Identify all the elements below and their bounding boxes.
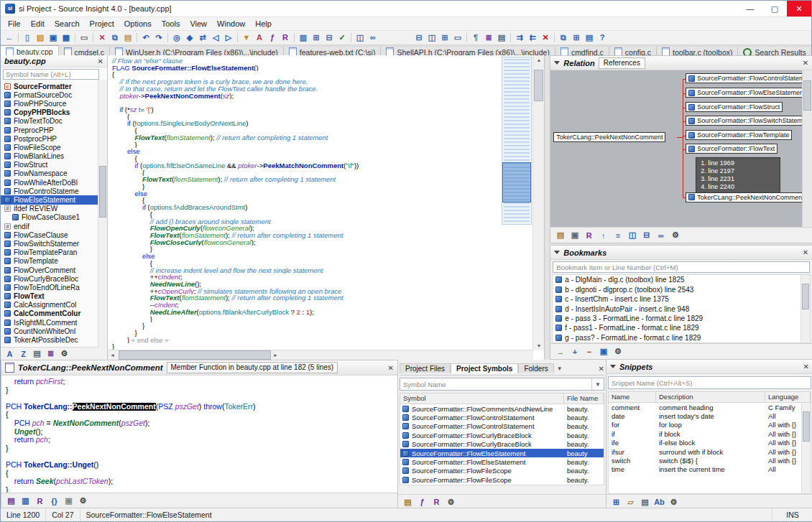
project-tab[interactable]: Project Files <box>400 363 451 373</box>
footer-icon[interactable]: ⚙ <box>668 496 680 508</box>
footer-icon[interactable]: ⚙ <box>77 495 89 507</box>
symbol-item[interactable]: FormatSourceDoc <box>1 90 107 99</box>
close-icon[interactable]: ✕ <box>599 365 604 373</box>
symbol-item[interactable]: FlowToEndOfLineRa <box>1 283 107 292</box>
table-row[interactable]: switch switch ($i$) { All with {} <box>609 456 811 465</box>
references-tab[interactable]: References <box>599 57 645 69</box>
table-row[interactable]: ife if-else block All with {} <box>609 439 811 447</box>
footer-icon[interactable]: ▱ <box>624 496 637 508</box>
editor-minimap[interactable] <box>502 57 532 225</box>
collapse-triangle-icon[interactable] <box>554 251 560 254</box>
table-row[interactable]: date insert today's date All <box>609 411 811 420</box>
toolbar-icon[interactable]: ◁ <box>209 32 222 44</box>
toolbar-icon[interactable] <box>235 32 240 44</box>
toolbar-icon[interactable]: ◫ <box>354 32 366 44</box>
toolbar-icon[interactable]: ✕ <box>96 32 109 44</box>
footer-icon[interactable]: ∞ <box>655 230 667 241</box>
toolbar-icon[interactable] <box>16 32 21 44</box>
symbol-item[interactable]: TokerAtPossibleDec <box>1 335 107 344</box>
chevron-down-icon[interactable]: ▼ <box>554 365 566 372</box>
scroll-thumb[interactable] <box>119 350 271 360</box>
footer-icon[interactable]: ⊟ <box>640 230 652 241</box>
footer-icon[interactable]: − <box>583 346 595 358</box>
toolbar-icon[interactable]: ▼ <box>240 32 253 44</box>
collapse-triangle-icon[interactable] <box>610 365 616 368</box>
toolbar-icon[interactable]: ⊟ <box>323 32 336 44</box>
footer-icon[interactable]: ⚙ <box>669 230 681 241</box>
toolbar-icon[interactable] <box>552 32 557 44</box>
table-row[interactable]: SourceFormatter::FlowFileScope beauty. <box>400 475 604 484</box>
column-header-filename[interactable]: File Name <box>564 393 604 404</box>
toolbar-icon[interactable]: ✓ <box>336 32 349 44</box>
symbol-item[interactable]: FlowTextToDoc <box>1 117 107 126</box>
bookmark-search-input[interactable] <box>553 261 810 273</box>
toolbar-icon[interactable]: ◫ <box>425 32 438 44</box>
footer-icon[interactable]: ▤ <box>554 230 566 241</box>
table-row[interactable]: SourceFormatter::FlowCurlyBraceBlock bea… <box>400 440 604 449</box>
column-header-name[interactable]: Name <box>609 392 656 402</box>
toolbar-icon[interactable] <box>134 32 139 44</box>
footer-icon[interactable]: ▤ <box>5 495 17 507</box>
toolbar-icon[interactable]: ▭ <box>78 32 91 44</box>
toolbar-icon[interactable]: ← <box>3 32 16 44</box>
toolbar-icon[interactable]: ≣ <box>482 32 495 44</box>
chevron-down-icon[interactable]: ▼ <box>591 378 604 390</box>
snippet-search-input[interactable] <box>609 378 811 388</box>
close-icon[interactable]: ✕ <box>803 59 808 67</box>
toolbar-icon[interactable]: ▨ <box>34 32 47 44</box>
toolbar-icon[interactable]: ? <box>596 32 609 44</box>
table-row[interactable]: if if block All with {} <box>609 429 811 438</box>
menu-item[interactable]: Project <box>85 19 119 29</box>
footer-icon[interactable]: R <box>583 230 595 241</box>
footer-icon[interactable]: ▤ <box>639 496 651 508</box>
toolbar-icon[interactable]: ▭ <box>451 32 464 44</box>
bookmark-item[interactable]: e - pass 3 - FormatLine - format.c line … <box>553 314 810 323</box>
toolbar-icon[interactable]: ▤ <box>583 32 596 44</box>
reference-line-item[interactable]: 2. line 2197 <box>701 167 775 175</box>
editor-horizontal-scrollbar[interactable]: ◄ ► <box>108 350 533 360</box>
footer-icon[interactable]: ⚙ <box>58 348 70 360</box>
toolbar-icon[interactable]: ▯ <box>21 32 34 44</box>
bookmark-item[interactable]: a - DlgMain - dlg.c (toolbox) line 1825 <box>553 275 810 284</box>
bookmark-item[interactable]: c - InsertChm - insert.c line 1375 <box>553 294 810 304</box>
toolbar-icon[interactable]: ⇉ <box>513 32 526 44</box>
footer-icon[interactable]: Z <box>17 348 29 360</box>
toolbar-icon[interactable]: ▤ <box>495 32 508 44</box>
toolbar-icon[interactable]: ⊟ <box>412 32 425 44</box>
footer-icon[interactable]: ⚙ <box>612 346 624 358</box>
minimize-button[interactable]: — <box>738 1 762 17</box>
toolbar-icon[interactable]: ⇇ <box>526 32 539 44</box>
toolbar-icon[interactable]: ⧉ <box>109 32 121 44</box>
table-row[interactable]: for for loop All with {} <box>609 421 811 429</box>
column-header-symbol[interactable]: Symbol <box>400 393 564 404</box>
toolbar-icon[interactable]: ⇄ <box>196 32 209 44</box>
scroll-up-icon[interactable]: ▲ <box>533 55 544 65</box>
column-header-language[interactable]: Language <box>765 392 811 402</box>
toolbar-icon[interactable]: ƒ <box>266 32 279 44</box>
toolbar-icon[interactable]: ✕ <box>539 32 552 44</box>
symbol-item[interactable]: FlowWhileAfterDoBl <box>1 178 107 187</box>
table-row[interactable]: SourceFormatter::FlowControlStatement be… <box>400 413 604 421</box>
symbol-item[interactable]: FlowStruct <box>1 161 107 169</box>
symbol-item[interactable]: CountNonWhiteOnl <box>1 327 107 335</box>
toolbar-icon[interactable]: ⧉ <box>557 32 570 44</box>
close-button[interactable]: ✕ <box>787 1 811 17</box>
scroll-thumb[interactable] <box>534 70 543 101</box>
menu-item[interactable]: Window <box>212 19 250 29</box>
symbol-item[interactable]: FlowSwitchStatemer <box>1 239 107 248</box>
relation-bottom-node[interactable]: TokerCLang::PeekNextNonComment <box>686 192 806 202</box>
toolbar-icon[interactable] <box>165 32 170 44</box>
symbol-item[interactable]: FlowCaseClause <box>1 230 107 239</box>
symbol-item[interactable]: FlowNamespace <box>1 169 107 178</box>
footer-icon[interactable]: ◫ <box>626 230 638 241</box>
footer-icon[interactable]: ƒ <box>416 496 428 508</box>
footer-icon[interactable]: A <box>4 348 16 360</box>
footer-icon[interactable]: ≡ <box>612 230 624 241</box>
editor-vertical-scrollbar[interactable]: ▲ ▼ <box>532 55 544 350</box>
table-row[interactable]: ifsur surround with if block All with {} <box>609 447 811 456</box>
table-row[interactable]: SourceFormatter::FlowElseStatement beaut… <box>400 457 604 466</box>
footer-icon[interactable]: ⚙ <box>445 496 457 508</box>
relation-scrollbar[interactable] <box>802 70 812 227</box>
relation-node[interactable]: SourceFormatter::FlowSwitchStatement <box>686 116 806 126</box>
table-row[interactable]: SourceFormatter::FlowFileScope beauty. <box>400 467 604 475</box>
